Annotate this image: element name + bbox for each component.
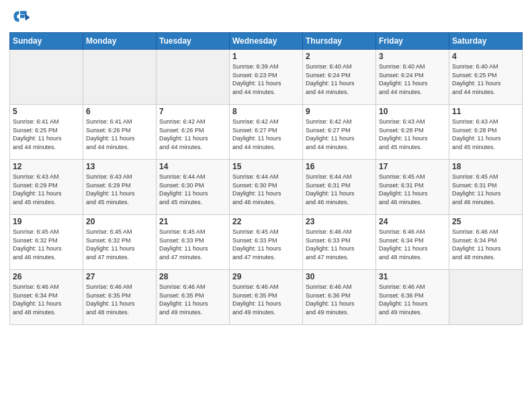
calendar-cell: [83, 50, 157, 105]
day-info: Sunrise: 6:40 AM Sunset: 6:24 PM Dayligh…: [306, 62, 373, 96]
calendar-cell: 20Sunrise: 6:45 AM Sunset: 6:32 PM Dayli…: [83, 215, 157, 270]
calendar-cell: 9Sunrise: 6:42 AM Sunset: 6:27 PM Daylig…: [303, 105, 376, 160]
calendar-cell: 25Sunrise: 6:46 AM Sunset: 6:34 PM Dayli…: [449, 215, 523, 270]
day-number: 9: [306, 107, 373, 116]
calendar-header-row: SundayMondayTuesdayWednesdayThursdayFrid…: [10, 33, 523, 50]
day-number: 14: [159, 162, 226, 171]
calendar-weekday-monday: Monday: [83, 33, 157, 50]
day-number: 7: [159, 107, 226, 116]
header: [9, 7, 523, 28]
day-info: Sunrise: 6:45 AM Sunset: 6:32 PM Dayligh…: [13, 228, 80, 261]
day-info: Sunrise: 6:46 AM Sunset: 6:35 PM Dayligh…: [86, 283, 153, 316]
calendar-weekday-wednesday: Wednesday: [230, 33, 303, 50]
calendar-weekday-saturday: Saturday: [449, 33, 523, 50]
calendar-week-0: 1Sunrise: 6:39 AM Sunset: 6:23 PM Daylig…: [10, 50, 523, 105]
day-number: 19: [13, 217, 80, 226]
day-info: Sunrise: 6:41 AM Sunset: 6:26 PM Dayligh…: [86, 118, 153, 151]
day-info: Sunrise: 6:44 AM Sunset: 6:30 PM Dayligh…: [159, 173, 226, 206]
day-info: Sunrise: 6:43 AM Sunset: 6:29 PM Dayligh…: [86, 173, 153, 206]
calendar-week-4: 26Sunrise: 6:46 AM Sunset: 6:34 PM Dayli…: [10, 270, 523, 325]
day-number: 3: [379, 52, 446, 61]
calendar-cell: 29Sunrise: 6:46 AM Sunset: 6:35 PM Dayli…: [230, 270, 303, 325]
day-number: 5: [13, 107, 80, 116]
calendar-cell: 30Sunrise: 6:46 AM Sunset: 6:36 PM Dayli…: [303, 270, 376, 325]
calendar-cell: 21Sunrise: 6:45 AM Sunset: 6:33 PM Dayli…: [157, 215, 230, 270]
day-number: 28: [159, 272, 226, 281]
day-info: Sunrise: 6:42 AM Sunset: 6:26 PM Dayligh…: [159, 118, 226, 151]
day-info: Sunrise: 6:45 AM Sunset: 6:32 PM Dayligh…: [86, 228, 153, 261]
day-number: 15: [232, 162, 300, 171]
day-number: 24: [379, 217, 446, 226]
calendar-cell: 26Sunrise: 6:46 AM Sunset: 6:34 PM Dayli…: [10, 270, 83, 325]
calendar-cell: 23Sunrise: 6:46 AM Sunset: 6:33 PM Dayli…: [303, 215, 376, 270]
calendar-cell: 14Sunrise: 6:44 AM Sunset: 6:30 PM Dayli…: [157, 160, 230, 215]
day-info: Sunrise: 6:46 AM Sunset: 6:36 PM Dayligh…: [306, 283, 373, 316]
day-number: 26: [13, 272, 80, 281]
day-number: 21: [159, 217, 226, 226]
calendar-week-2: 12Sunrise: 6:43 AM Sunset: 6:29 PM Dayli…: [10, 160, 523, 215]
calendar-cell: 7Sunrise: 6:42 AM Sunset: 6:26 PM Daylig…: [157, 105, 230, 160]
day-info: Sunrise: 6:42 AM Sunset: 6:27 PM Dayligh…: [232, 118, 300, 151]
day-number: 30: [306, 272, 373, 281]
day-number: 31: [379, 272, 446, 281]
day-number: 27: [86, 272, 153, 281]
day-info: Sunrise: 6:45 AM Sunset: 6:31 PM Dayligh…: [379, 173, 446, 206]
calendar-cell: [157, 50, 230, 105]
day-info: Sunrise: 6:41 AM Sunset: 6:25 PM Dayligh…: [13, 118, 80, 151]
calendar-cell: 12Sunrise: 6:43 AM Sunset: 6:29 PM Dayli…: [10, 160, 83, 215]
day-info: Sunrise: 6:43 AM Sunset: 6:29 PM Dayligh…: [13, 173, 80, 206]
day-number: 12: [13, 162, 80, 171]
day-info: Sunrise: 6:43 AM Sunset: 6:28 PM Dayligh…: [452, 118, 519, 151]
calendar-cell: [449, 270, 523, 325]
calendar-cell: 17Sunrise: 6:45 AM Sunset: 6:31 PM Dayli…: [376, 160, 449, 215]
calendar-cell: 11Sunrise: 6:43 AM Sunset: 6:28 PM Dayli…: [449, 105, 523, 160]
calendar-week-3: 19Sunrise: 6:45 AM Sunset: 6:32 PM Dayli…: [10, 215, 523, 270]
calendar-cell: 8Sunrise: 6:42 AM Sunset: 6:27 PM Daylig…: [230, 105, 303, 160]
day-info: Sunrise: 6:46 AM Sunset: 6:34 PM Dayligh…: [379, 228, 446, 261]
logo-icon: [9, 7, 31, 28]
calendar-cell: 16Sunrise: 6:44 AM Sunset: 6:31 PM Dayli…: [303, 160, 376, 215]
day-number: 10: [379, 107, 446, 116]
page: SundayMondayTuesdayWednesdayThursdayFrid…: [0, 0, 532, 411]
calendar-cell: 1Sunrise: 6:39 AM Sunset: 6:23 PM Daylig…: [230, 50, 303, 105]
day-number: 23: [306, 217, 373, 226]
calendar-cell: 4Sunrise: 6:40 AM Sunset: 6:25 PM Daylig…: [449, 50, 523, 105]
day-info: Sunrise: 6:40 AM Sunset: 6:24 PM Dayligh…: [379, 62, 446, 96]
day-number: 29: [232, 272, 300, 281]
day-number: 16: [306, 162, 373, 171]
calendar-cell: 15Sunrise: 6:44 AM Sunset: 6:30 PM Dayli…: [230, 160, 303, 215]
day-number: 4: [452, 52, 519, 61]
day-number: 13: [86, 162, 153, 171]
calendar-cell: 6Sunrise: 6:41 AM Sunset: 6:26 PM Daylig…: [83, 105, 157, 160]
calendar-weekday-sunday: Sunday: [10, 33, 83, 50]
day-number: 1: [232, 52, 300, 61]
day-info: Sunrise: 6:46 AM Sunset: 6:36 PM Dayligh…: [379, 283, 446, 316]
calendar-cell: 22Sunrise: 6:45 AM Sunset: 6:33 PM Dayli…: [230, 215, 303, 270]
day-number: 17: [379, 162, 446, 171]
calendar-cell: 31Sunrise: 6:46 AM Sunset: 6:36 PM Dayli…: [376, 270, 449, 325]
day-info: Sunrise: 6:45 AM Sunset: 6:33 PM Dayligh…: [232, 228, 300, 261]
day-info: Sunrise: 6:44 AM Sunset: 6:30 PM Dayligh…: [232, 173, 300, 206]
day-info: Sunrise: 6:46 AM Sunset: 6:34 PM Dayligh…: [452, 228, 519, 261]
calendar-cell: 5Sunrise: 6:41 AM Sunset: 6:25 PM Daylig…: [10, 105, 83, 160]
calendar-weekday-friday: Friday: [376, 33, 449, 50]
day-number: 2: [306, 52, 373, 61]
day-info: Sunrise: 6:46 AM Sunset: 6:35 PM Dayligh…: [159, 283, 226, 316]
day-number: 20: [86, 217, 153, 226]
calendar-cell: 24Sunrise: 6:46 AM Sunset: 6:34 PM Dayli…: [376, 215, 449, 270]
day-number: 8: [232, 107, 300, 116]
day-number: 6: [86, 107, 153, 116]
day-info: Sunrise: 6:46 AM Sunset: 6:35 PM Dayligh…: [232, 283, 300, 316]
day-info: Sunrise: 6:44 AM Sunset: 6:31 PM Dayligh…: [306, 173, 373, 206]
day-info: Sunrise: 6:46 AM Sunset: 6:33 PM Dayligh…: [306, 228, 373, 261]
day-info: Sunrise: 6:45 AM Sunset: 6:31 PM Dayligh…: [452, 173, 519, 206]
calendar-cell: 3Sunrise: 6:40 AM Sunset: 6:24 PM Daylig…: [376, 50, 449, 105]
day-info: Sunrise: 6:43 AM Sunset: 6:28 PM Dayligh…: [379, 118, 446, 151]
day-number: 25: [452, 217, 519, 226]
calendar-cell: 19Sunrise: 6:45 AM Sunset: 6:32 PM Dayli…: [10, 215, 83, 270]
day-info: Sunrise: 6:42 AM Sunset: 6:27 PM Dayligh…: [306, 118, 373, 151]
calendar: SundayMondayTuesdayWednesdayThursdayFrid…: [9, 32, 523, 325]
calendar-cell: 13Sunrise: 6:43 AM Sunset: 6:29 PM Dayli…: [83, 160, 157, 215]
logo: [9, 7, 34, 28]
calendar-cell: [10, 50, 83, 105]
